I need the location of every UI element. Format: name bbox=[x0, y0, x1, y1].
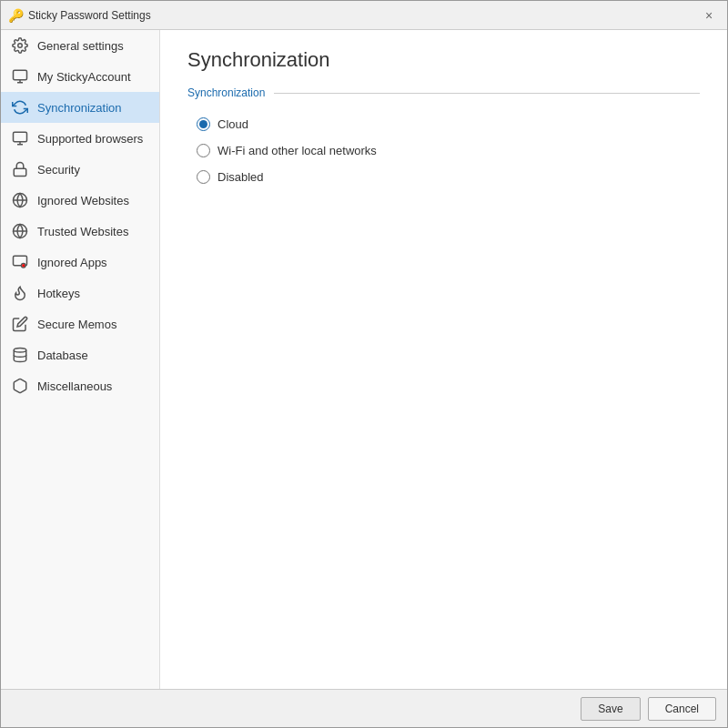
section-header: Synchronization bbox=[187, 86, 700, 99]
sync-icon bbox=[10, 97, 30, 117]
sidebar-label-secure-memos: Secure Memos bbox=[37, 318, 116, 331]
sidebar-item-ignored-apps[interactable]: Ignored Apps bbox=[1, 247, 159, 278]
sidebar-item-general[interactable]: General settings bbox=[1, 30, 159, 61]
page-title: Synchronization bbox=[187, 48, 700, 72]
general-icon bbox=[10, 35, 30, 56]
sidebar-label-general: General settings bbox=[37, 39, 124, 53]
app-icon: 🔑 bbox=[8, 8, 23, 23]
sidebar-label-security: Security bbox=[37, 163, 80, 177]
radio-label-cloud: Cloud bbox=[217, 117, 248, 131]
sidebar-item-database[interactable]: Database bbox=[1, 339, 159, 370]
sidebar-label-browsers: Supported browsers bbox=[37, 132, 143, 146]
section-label: Synchronization bbox=[187, 86, 265, 99]
svg-rect-7 bbox=[14, 168, 26, 176]
sidebar-label-database: Database bbox=[37, 349, 88, 362]
svg-rect-4 bbox=[14, 132, 27, 142]
radio-option-disabled[interactable]: Disabled bbox=[197, 170, 700, 184]
cancel-button[interactable]: Cancel bbox=[648, 697, 716, 721]
sidebar-label-ignored-websites: Ignored Websites bbox=[37, 194, 129, 207]
hotkeys-icon bbox=[10, 283, 30, 303]
ignored-websites-icon bbox=[10, 190, 30, 210]
radio-option-cloud[interactable]: Cloud bbox=[197, 117, 700, 131]
sidebar-item-hotkeys[interactable]: Hotkeys bbox=[1, 278, 159, 308]
secure-memos-icon bbox=[10, 314, 30, 334]
database-icon bbox=[10, 345, 30, 365]
main-content: General settingsMy StickyAccountSynchron… bbox=[1, 30, 727, 689]
sidebar: General settingsMy StickyAccountSynchron… bbox=[1, 30, 160, 689]
close-button[interactable]: × bbox=[698, 5, 720, 26]
title-bar: 🔑 Sticky Password Settings × bbox=[1, 1, 727, 30]
miscellaneous-icon bbox=[10, 376, 30, 396]
svg-rect-1 bbox=[14, 70, 27, 80]
security-icon bbox=[10, 159, 30, 179]
radio-label-wifi: Wi-Fi and other local networks bbox=[217, 144, 377, 157]
sidebar-item-trusted-websites[interactable]: Trusted Websites bbox=[1, 216, 159, 247]
ignored-apps-icon bbox=[10, 252, 30, 272]
section-divider bbox=[274, 93, 700, 94]
app-window: 🔑 Sticky Password Settings × General set… bbox=[0, 0, 728, 728]
footer: Save Cancel bbox=[1, 689, 727, 727]
save-button[interactable]: Save bbox=[581, 697, 640, 721]
trusted-websites-icon bbox=[10, 221, 30, 241]
sync-radio-group: CloudWi-Fi and other local networksDisab… bbox=[187, 117, 700, 184]
content-area: Synchronization Synchronization CloudWi-… bbox=[160, 30, 727, 689]
my-sticky-icon bbox=[10, 66, 30, 86]
radio-option-wifi[interactable]: Wi-Fi and other local networks bbox=[197, 144, 700, 157]
svg-point-16 bbox=[14, 349, 26, 353]
sidebar-label-sync: Synchronization bbox=[37, 101, 122, 115]
sidebar-item-security[interactable]: Security bbox=[1, 154, 159, 185]
sidebar-item-secure-memos[interactable]: Secure Memos bbox=[1, 308, 159, 339]
sidebar-item-miscellaneous[interactable]: Miscellaneous bbox=[1, 370, 159, 401]
radio-disabled[interactable] bbox=[197, 170, 210, 184]
window-title: Sticky Password Settings bbox=[28, 9, 698, 22]
radio-wifi[interactable] bbox=[197, 144, 210, 157]
sidebar-label-ignored-apps: Ignored Apps bbox=[37, 256, 107, 269]
sidebar-item-sync[interactable]: Synchronization bbox=[1, 92, 159, 123]
svg-point-0 bbox=[18, 44, 23, 48]
radio-label-disabled: Disabled bbox=[217, 170, 264, 184]
browsers-icon bbox=[10, 128, 30, 148]
sidebar-item-ignored-websites[interactable]: Ignored Websites bbox=[1, 185, 159, 216]
sidebar-label-miscellaneous: Miscellaneous bbox=[37, 379, 112, 393]
sidebar-label-my-sticky: My StickyAccount bbox=[37, 70, 131, 84]
sidebar-item-my-sticky[interactable]: My StickyAccount bbox=[1, 61, 159, 92]
radio-cloud[interactable] bbox=[197, 117, 210, 131]
sidebar-label-hotkeys: Hotkeys bbox=[37, 287, 80, 300]
sidebar-item-browsers[interactable]: Supported browsers bbox=[1, 123, 159, 154]
sidebar-label-trusted-websites: Trusted Websites bbox=[37, 225, 128, 238]
